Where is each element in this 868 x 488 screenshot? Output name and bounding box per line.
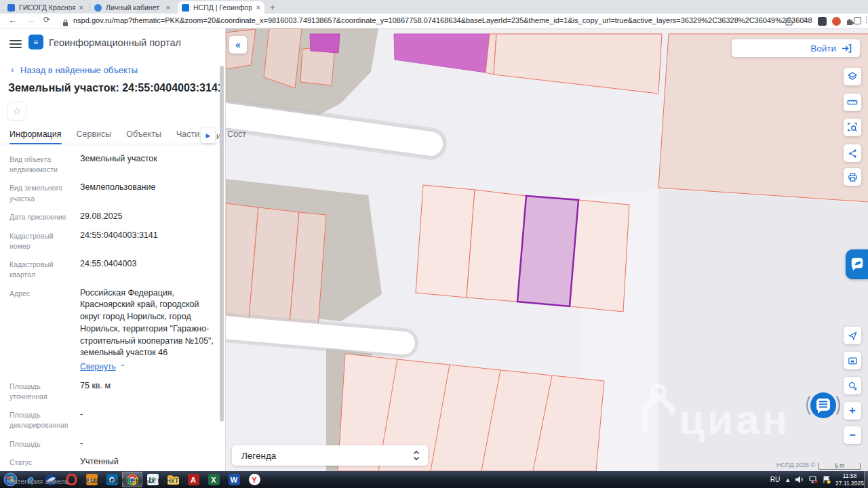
browser-tab-strip: ГИСОГД Красноярского края × Личный кабин… [0,0,868,14]
browser-tab-active[interactable]: НСПД | Геоинформационный п × [178,1,264,14]
tab-information[interactable]: Информация [9,126,62,144]
field-row: Вид земельного участка Землепользование [9,182,216,203]
show-desktop-button[interactable] [864,471,868,488]
window-icon[interactable] [854,17,861,24]
back-icon[interactable]: ← [8,15,17,25]
system-tray: RU ▲ ✕ 11:58 27.11.2025 [770,471,864,488]
bookmark-star-icon[interactable]: ☆ [801,15,809,25]
tab-composition[interactable]: Сост [227,126,246,144]
tabs-overflow-arrow-icon[interactable]: ▶ [201,128,215,143]
assistant-widget-tab[interactable] [846,249,868,279]
share-map-button[interactable] [844,144,861,162]
tab-services[interactable]: Сервисы [77,126,112,144]
word-icon[interactable]: W [224,472,244,487]
svg-text:✕: ✕ [814,479,818,483]
info-panel: ≡ Геоинформационный портал ‹ Назад в най… [0,28,225,471]
tab-favicon [94,4,102,12]
screen: ГИСОГД Красноярского края × Личный кабин… [0,0,868,488]
field-value: Земли населенных пунктов [76,475,216,487]
page-title: Земельный участок: 24:55:0404003:3141 [8,82,224,94]
assistant-dog-icon [850,257,865,272]
area-search-button[interactable] [844,119,861,136]
panel-scrollbar[interactable] [220,66,224,422]
chat-bubble-icon [804,386,842,424]
expand-collapse-chevrons-icon[interactable] [413,450,420,461]
volume-icon[interactable] [795,476,804,483]
hidden-icons-arrow-icon[interactable]: ▲ [785,476,791,483]
field-label: Категория земель [9,475,76,487]
field-row: Площадь уточненная 75 кв. м [9,380,216,402]
browser-tab-1[interactable]: ГИСОГД Красноярского края × [3,1,87,14]
url-field[interactable]: nspd.gov.ru/map?thematic=PKK&zoom=20&coo… [73,16,812,24]
printer-icon [848,172,858,182]
yandex-browser-icon[interactable]: Y [244,472,264,487]
geolocation-button[interactable] [844,327,861,344]
scale-bar: 5 m [818,463,861,470]
back-to-results-link[interactable]: Назад в найденные объекты [20,65,138,75]
zoom-out-button[interactable]: − [844,426,861,444]
legend-label: Легенда [241,451,276,461]
extension-shield-icon[interactable] [818,17,827,26]
selected-parcel[interactable] [517,196,578,306]
field-label: Вид земельного участка [9,182,76,203]
login-button[interactable]: Войти [732,39,860,57]
print-button[interactable] [844,168,861,186]
tab-separator [89,3,90,11]
clock-date: 27.11.2025 [835,480,864,487]
tab-favicon [182,4,189,12]
reload-icon[interactable]: ⟳ [43,15,50,24]
hamburger-menu-icon[interactable] [9,38,22,50]
field-value: Российская Федерация, Красноярский край,… [76,287,216,373]
app-title: Геоинформационный портал [49,37,181,48]
share-nodes-icon [848,148,858,159]
field-row: Кадастровый номер 24:55:0404003:3141 [9,230,216,251]
tab-close-icon[interactable]: × [166,3,170,12]
field-label: Кадастровый номер [9,230,76,251]
address-text: Российская Федерация, Красноярский край,… [80,288,214,358]
share-icon[interactable] [785,16,793,28]
panel-tabs: Информация Сервисы Объекты Части ЗУ Сост [0,126,220,144]
zoom-in-button[interactable]: + [844,402,861,420]
tab-close-icon[interactable]: × [79,3,83,12]
tab-close-icon[interactable]: × [256,3,260,12]
new-tab-button[interactable]: + [270,2,275,12]
collapse-panel-button[interactable]: « [229,36,247,54]
field-label: Адрес [9,287,76,373]
taskbar-clock[interactable]: 11:58 27.11.2025 [835,472,864,487]
favorite-star-icon[interactable]: ☆ [7,102,26,121]
layers-button[interactable] [844,68,861,85]
field-label: Статус [9,456,76,468]
measure-button[interactable] [844,94,861,111]
tab-title: Личный кабинет [106,3,162,12]
tab-title: ГИСОГД Красноярского края [19,3,75,12]
overview-map-button[interactable] [844,352,861,369]
cadastral-map: циан [226,28,868,471]
navigation-arrow-icon [848,331,858,341]
field-value: Земельный участок [76,153,216,175]
field-row: Площадь - [9,438,216,450]
lock-icon[interactable] [62,17,68,29]
field-row: Категория земель Земли населенных пункто… [9,475,216,487]
language-indicator[interactable]: RU [770,476,780,483]
portal-logo: ≡ [28,35,43,49]
extension-red-icon[interactable] [832,17,841,26]
field-row: Кадастровый квартал 24:55:0404003 [9,258,216,280]
browser-tab-2[interactable]: Личный кабинет × [90,1,174,14]
collapse-address-link[interactable]: Свернуть [80,361,116,373]
map-canvas[interactable]: циан « Войти [225,28,868,471]
chat-fab[interactable] [804,386,842,424]
browser-menu-icon[interactable]: ⋮ [863,15,868,24]
field-row-address: Адрес Российская Федерация, Красноярский… [9,287,216,373]
legend-bar[interactable]: Легенда [232,445,428,466]
action-center-flag-icon[interactable] [823,476,831,484]
field-value: 24:55:0404003 [76,258,216,280]
search-on-map-button[interactable] [844,377,861,394]
back-chevron-icon: ‹ [11,64,14,75]
tab-objects[interactable]: Объекты [126,126,161,144]
field-value: - [76,438,216,450]
field-list: Вид объекта недвижимости Земельный участ… [0,149,216,488]
field-row: Вид объекта недвижимости Земельный участ… [9,153,216,175]
layers-icon [847,71,858,82]
network-icon[interactable]: ✕ [809,476,818,483]
chevron-up-icon[interactable]: ⌃ [120,363,125,372]
